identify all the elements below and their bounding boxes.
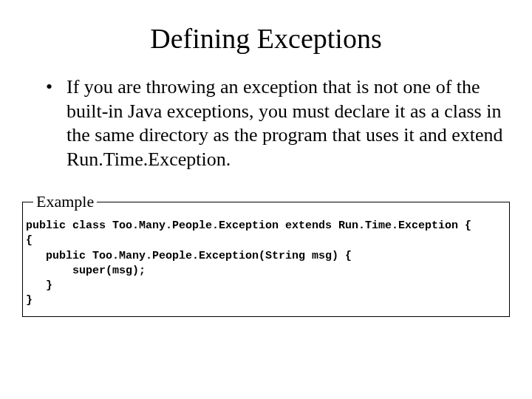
code-line: public Too.Many.People.Exception(String …	[26, 250, 352, 262]
code-box: Example public class Too.Many.People.Exc…	[22, 192, 510, 317]
example-section: Example public class Too.Many.People.Exc…	[22, 192, 510, 317]
bullet-list: If you are throwing an exception that is…	[46, 75, 510, 171]
slide-title: Defining Exceptions	[22, 22, 510, 55]
slide: Defining Exceptions If you are throwing …	[0, 0, 532, 399]
example-legend: Example	[33, 192, 97, 211]
code-line: }	[26, 294, 33, 307]
code-line: super(msg);	[26, 265, 146, 277]
code-line: }	[26, 279, 52, 292]
code-block: public class Too.Many.People.Exception e…	[26, 219, 506, 309]
code-line: public class Too.Many.People.Exception e…	[26, 219, 471, 232]
bullet-item: If you are throwing an exception that is…	[46, 75, 510, 171]
code-line: {	[26, 234, 33, 247]
